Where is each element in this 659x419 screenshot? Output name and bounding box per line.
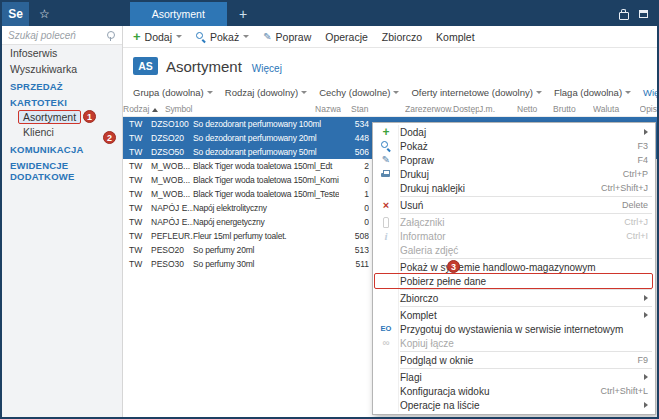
filter-item[interactable]: Oferty internetowe (dowolny) — [411, 87, 541, 98]
menu-item-label: Pobierz pełne dane — [399, 276, 648, 287]
menu-item-komplet[interactable]: Komplet — [373, 308, 655, 322]
menu-item-konfiguracja-widoku[interactable]: Konfiguracja widoku Ctrl+Shift+L — [373, 384, 655, 398]
toolbar-show-button[interactable]: Pokaż — [196, 31, 249, 43]
cell-symbol: DZSO100 — [151, 119, 193, 129]
cell-nazwa: Black Tiger woda toaletowa 150ml_Edt — [193, 161, 339, 171]
column-header[interactable]: Dostępne — [453, 104, 479, 114]
toolbar-edit-button[interactable]: ✎ Popraw — [263, 31, 311, 43]
column-header[interactable]: Waluta — [593, 104, 640, 114]
menu-shortcut: F9 — [637, 355, 648, 365]
menu-item-flagi[interactable]: Flagi — [373, 370, 655, 384]
filter-item[interactable]: Flaga (dowolna) — [554, 87, 631, 98]
toolbar-operations-button[interactable]: Operacje — [325, 31, 368, 43]
menu-item-drukuj[interactable]: Drukuj Ctrl+P — [373, 167, 655, 181]
lock-icon[interactable] — [619, 12, 629, 20]
filters-more-link[interactable]: Więcej — [643, 87, 659, 98]
menu-item-usun[interactable]: × Usuń Delete — [373, 198, 655, 212]
view-more-link[interactable]: Więcej — [252, 63, 282, 74]
cell-rodzaj: TW — [123, 133, 151, 143]
column-header[interactable]: Opis — [640, 104, 657, 114]
column-header[interactable]: Symbol — [165, 104, 311, 114]
menu-item-pobierz-pelne-dane[interactable]: Pobierz pełne dane — [373, 274, 655, 288]
column-header[interactable]: Zarezerwow... — [405, 104, 453, 114]
chevron-down-icon — [536, 91, 542, 94]
menu-item-label: Galeria zdjęć — [399, 245, 648, 256]
chevron-down-icon — [207, 91, 213, 94]
chevron-down-icon — [625, 91, 631, 94]
menu-item-galeria-zdjec[interactable]: Galeria zdjęć — [373, 243, 655, 257]
menu-item-pokaz-w-systemie[interactable]: Pokaż w systemie handlowo-magazynowym 3 — [373, 260, 655, 274]
menu-item-pokaz[interactable]: Pokaż F3 — [373, 139, 655, 153]
cell-symbol: PEFLEUR... — [151, 231, 193, 241]
menu-item-podglad-w-oknie[interactable]: Podgląd w oknie F9 — [373, 353, 655, 367]
sidebar: Infoserwis Wyszukiwarka SPRZEDAŻ KARTOTE… — [2, 26, 123, 417]
tab-asortyment[interactable]: Asortyment — [130, 2, 227, 26]
menu-item-kopiuj-lacze[interactable]: ∞ Kopiuj łącze — [373, 336, 655, 350]
sidebar-item-asortyment[interactable]: Asortyment — [18, 110, 81, 124]
command-search[interactable] — [2, 26, 122, 45]
menu-item-label: Pokaż w systemie handlowo-magazynowym — [399, 262, 648, 273]
menu-item-przygotuj-do-wystawienia[interactable]: EO Przygotuj do wystawienia w serwisie i… — [373, 322, 655, 336]
context-menu: + Dodaj Pokaż F3 ✎ Popraw F4 Drukuj Ctrl… — [372, 122, 656, 415]
column-header[interactable]: Rodzaj — [123, 104, 165, 114]
sidebar-item-wyszukiwarka[interactable]: Wyszukiwarka — [2, 61, 122, 77]
menu-item-dodaj[interactable]: + Dodaj — [373, 125, 655, 139]
cell-symbol: DZSO20 — [151, 133, 193, 143]
menu-separator — [400, 368, 652, 369]
favorites-star-icon[interactable]: ☆ — [39, 2, 50, 26]
panel-icon[interactable] — [639, 10, 648, 18]
toolbar-kit-label: Komplet — [436, 31, 475, 43]
menu-item-zbiorczo[interactable]: Zbiorczo — [373, 291, 655, 305]
column-header[interactable]: Brutto — [553, 104, 593, 114]
column-header[interactable]: Netto — [517, 104, 553, 114]
sidebar-section-kartoteki[interactable]: KARTOTEKI — [2, 93, 122, 109]
sidebar-section-sprzedaz[interactable]: SPRZEDAŻ — [2, 77, 122, 93]
menu-shortcut: F3 — [637, 141, 648, 151]
cell-nazwa: So dezodorant perfumowany 100ml — [193, 119, 339, 129]
menu-item-drukuj-naklejki[interactable]: Drukuj naklejki Ctrl+Shift+J — [373, 181, 655, 195]
sidebar-row-asortyment: Asortyment 1 — [2, 109, 122, 124]
toolbar-add-button[interactable]: + Dodaj — [133, 30, 182, 43]
filter-label: Grupa (dowolna) — [133, 87, 204, 98]
menu-item-popraw[interactable]: ✎ Popraw F4 — [373, 153, 655, 167]
toolbar-kit-button[interactable]: Komplet — [436, 31, 475, 43]
menu-shortcut: Delete — [622, 200, 648, 210]
toolbar-bulk-button[interactable]: Zbiorczo — [382, 31, 422, 43]
menu-shortcut: Ctrl+P — [623, 169, 648, 179]
app-logo[interactable]: Se — [2, 2, 29, 26]
toolbar-edit-label: Popraw — [276, 31, 312, 43]
search-input[interactable] — [8, 30, 107, 41]
menu-shortcut: Ctrl+Shift+J — [601, 183, 648, 193]
column-header[interactable]: J.m. — [479, 104, 517, 114]
cell-stan: 0 — [339, 217, 369, 227]
chevron-down-icon — [301, 91, 307, 94]
menu-item-zalaczniki[interactable]: Załączniki Ctrl+J — [373, 215, 655, 229]
plus-icon: + — [373, 126, 399, 138]
cell-symbol: M_WOB... — [151, 161, 193, 171]
menu-separator — [400, 213, 652, 214]
column-header[interactable]: Stan — [341, 104, 405, 114]
menu-shortcut: Ctrl+Shift+L — [600, 386, 648, 396]
menu-item-informator[interactable]: i Informator Ctrl+I — [373, 229, 655, 243]
pin-icon[interactable] — [107, 31, 115, 39]
submenu-arrow-icon — [644, 374, 648, 380]
sidebar-section-ewidencje-dodatkowe[interactable]: EWIDENCJE DODATKOWE — [2, 156, 122, 183]
sidebar-section-komunikacja[interactable]: KOMUNIKACJA — [2, 140, 122, 156]
magnifier-icon — [196, 32, 206, 42]
menu-item-label: Drukuj naklejki — [399, 183, 593, 194]
paperclip-icon — [373, 217, 399, 228]
eo-icon: EO — [373, 325, 399, 333]
sidebar-item-infoserwis[interactable]: Infoserwis — [2, 45, 122, 61]
filter-label: Cechy (dowolne) — [319, 87, 390, 98]
cell-nazwa: So perfumy 30ml — [193, 259, 339, 269]
menu-item-operacje-na-liscie[interactable]: Operacje na liście — [373, 398, 655, 412]
filter-item[interactable]: Cechy (dowolne) — [319, 87, 399, 98]
filter-item[interactable]: Rodzaj (dowolny) — [225, 87, 307, 98]
cell-rodzaj: TW — [123, 245, 151, 255]
cell-nazwa: So dezodorant perfumowany 20ml — [193, 133, 339, 143]
printer-icon — [373, 170, 399, 179]
submenu-arrow-icon — [644, 129, 648, 135]
filter-item[interactable]: Grupa (dowolna) — [133, 87, 213, 98]
column-header[interactable]: Nazwa — [311, 104, 341, 114]
new-tab-icon[interactable]: + — [239, 6, 247, 22]
